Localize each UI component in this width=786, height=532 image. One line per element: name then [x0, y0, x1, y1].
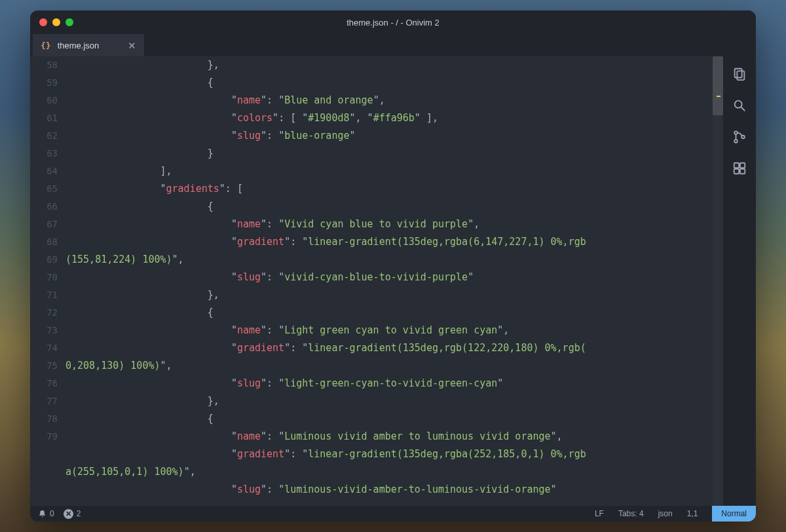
tab-filename: theme.json — [58, 41, 100, 50]
svg-line-3 — [741, 107, 745, 111]
line-number: 76 — [30, 375, 58, 392]
svg-rect-7 — [734, 163, 739, 168]
svg-point-2 — [735, 101, 742, 108]
cursor-position-status[interactable]: 1,1 — [687, 509, 698, 518]
close-tab-icon[interactable]: ✕ — [128, 40, 136, 52]
line-number: 65 — [30, 180, 58, 198]
svg-point-4 — [734, 131, 738, 134]
code-line[interactable]: ], — [66, 162, 723, 180]
code-line[interactable]: 0,208,130) 100%)", — [66, 357, 723, 375]
line-ending-status[interactable]: LF — [595, 509, 604, 518]
line-number: 59 — [30, 74, 58, 92]
minimize-window-button[interactable] — [52, 18, 60, 26]
minimap-marker — [717, 96, 720, 97]
errors-status[interactable]: ✕ 2 — [64, 509, 81, 519]
code-line[interactable]: "slug": "vivid-cyan-blue-to-vivid-purple… — [66, 269, 723, 286]
window-title: theme.json - / - Onivim 2 — [30, 18, 756, 28]
svg-rect-1 — [737, 71, 744, 80]
code-line[interactable]: { — [66, 74, 723, 92]
code-line[interactable]: "slug": "light-green-cyan-to-vivid-green… — [66, 375, 723, 392]
json-file-icon: {} — [41, 41, 51, 50]
svg-rect-0 — [735, 69, 742, 78]
notifications-count: 0 — [50, 509, 54, 518]
line-number: 72 — [30, 304, 58, 322]
traffic-lights — [30, 18, 73, 26]
line-number: 71 — [30, 286, 58, 304]
line-number: 62 — [30, 127, 58, 145]
code-line[interactable]: "name": "Blue and orange", — [66, 92, 723, 109]
code-line[interactable]: "colors": [ "#1900d8", "#ffa96b" ], — [66, 109, 723, 127]
bell-icon — [38, 510, 47, 518]
language-status[interactable]: json — [658, 509, 673, 518]
code-line[interactable]: } — [66, 145, 723, 162]
extensions-icon[interactable] — [732, 161, 747, 176]
code-line[interactable]: }, — [66, 56, 723, 74]
code-line[interactable]: }, — [66, 286, 723, 304]
editor-wrap: 5859606162636465666768697071727374757677… — [30, 56, 723, 506]
zoom-window-button[interactable] — [66, 18, 73, 26]
code-line[interactable]: a(255,105,0,1) 100%)", — [66, 463, 723, 481]
notifications-status[interactable]: 0 — [38, 509, 54, 518]
minimap-viewport[interactable] — [713, 56, 723, 115]
code-line[interactable]: { — [66, 304, 723, 322]
line-number: 77 — [30, 392, 58, 410]
close-window-button[interactable] — [39, 18, 47, 26]
titlebar[interactable]: theme.json - / - Onivim 2 — [30, 10, 756, 34]
svg-rect-10 — [740, 169, 745, 174]
code-line[interactable]: "name": "Vivid cyan blue to vivid purple… — [66, 216, 723, 233]
code-line[interactable]: "slug": "blue-orange" — [66, 127, 723, 145]
line-number: 61 — [30, 109, 58, 127]
tab-bar: {} theme.json ✕ — [30, 34, 756, 56]
status-bar: 0 ✕ 2 LF Tabs: 4 json 1,1 Normal — [30, 506, 756, 522]
line-number: 78 — [30, 410, 58, 428]
line-number: 69 — [30, 251, 58, 269]
line-number: 64 — [30, 162, 58, 180]
code-line[interactable]: { — [66, 198, 723, 216]
code-line[interactable]: { — [66, 410, 723, 428]
code-line[interactable]: "slug": "luminous-vivid-amber-to-luminou… — [66, 481, 723, 499]
code-line[interactable]: "gradient": "linear-gradient(135deg,rgb(… — [66, 339, 723, 357]
editor[interactable]: 5859606162636465666768697071727374757677… — [30, 56, 723, 506]
svg-rect-8 — [740, 163, 745, 168]
code-line[interactable]: (155,81,224) 100%)", — [66, 251, 723, 269]
minimap-scrollbar[interactable] — [713, 56, 723, 506]
error-badge-icon: ✕ — [64, 509, 73, 519]
explorer-icon[interactable] — [732, 67, 747, 81]
app-window: theme.json - / - Onivim 2 {} theme.json … — [30, 10, 756, 522]
code-line[interactable]: "name": "Luminous vivid amber to luminou… — [66, 428, 723, 446]
errors-count: 2 — [77, 509, 81, 518]
svg-rect-9 — [734, 169, 739, 174]
code-line[interactable]: }, — [66, 392, 723, 410]
source-control-icon[interactable] — [732, 130, 747, 144]
code-line[interactable]: "gradient": "linear-gradient(135deg,rgba… — [66, 446, 723, 463]
activity-bar — [723, 56, 756, 506]
line-number-gutter: 5859606162636465666768697071727374757677… — [30, 56, 66, 506]
indentation-status[interactable]: Tabs: 4 — [618, 509, 644, 518]
tab-theme-json[interactable]: {} theme.json ✕ — [33, 34, 144, 56]
line-number: 73 — [30, 322, 58, 339]
line-number: 75 — [30, 357, 58, 375]
line-number: 60 — [30, 92, 58, 109]
svg-point-6 — [741, 136, 745, 139]
line-number: 74 — [30, 339, 58, 357]
line-number: 58 — [30, 56, 58, 74]
code-line[interactable]: "gradient": "linear-gradient(135deg,rgba… — [66, 233, 723, 251]
line-number: 79 — [30, 428, 58, 446]
line-number: 67 — [30, 216, 58, 233]
code-line[interactable]: "name": "Light green cyan to vivid green… — [66, 322, 723, 339]
line-number: 68 — [30, 233, 58, 251]
code-line[interactable]: "gradients": [ — [66, 180, 723, 198]
line-number: 70 — [30, 269, 58, 286]
line-number: 66 — [30, 198, 58, 216]
editor-body: 5859606162636465666768697071727374757677… — [30, 56, 756, 506]
svg-point-5 — [734, 140, 738, 143]
search-icon[interactable] — [732, 98, 747, 113]
vim-mode-indicator: Normal — [712, 506, 756, 522]
line-number: 63 — [30, 145, 58, 162]
code-area[interactable]: }, { "name": "Blue and orange", "colors"… — [66, 56, 723, 506]
